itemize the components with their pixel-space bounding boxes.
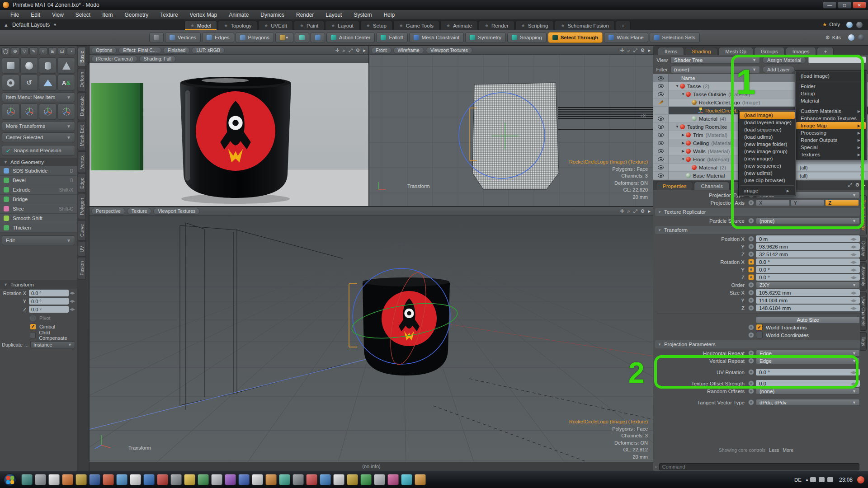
channel-toggle[interactable] (748, 244, 754, 249)
spinner-icon[interactable]: ◀▶ (70, 299, 75, 303)
transform-tool-button-2[interactable] (20, 103, 38, 120)
tab-paint[interactable]: ★Paint (294, 21, 324, 30)
command-input[interactable] (659, 463, 859, 470)
left-tab-polygon[interactable]: Polygon (78, 194, 86, 219)
taskbar-app-icon-4[interactable] (62, 474, 73, 485)
render-lut-srgb[interactable]: LUT: sRGB (192, 47, 225, 54)
transform-tool-button-3[interactable] (39, 103, 57, 120)
taskbar-app-icon-18[interactable] (252, 474, 263, 485)
taskbar-app-icon-10[interactable] (143, 474, 155, 485)
visibility-cell[interactable] (653, 155, 669, 164)
taskbar-app-icon-21[interactable] (292, 474, 304, 485)
tab-animate[interactable]: ★Animate (440, 21, 478, 30)
select-through-button[interactable]: Select Through (548, 32, 603, 43)
kits-button[interactable]: ⚙ Kits (826, 34, 841, 41)
menu-arrow-icon[interactable]: ▸ (648, 208, 651, 214)
tool-slice[interactable]: SliceShift-C (0, 204, 77, 214)
vtab-display[interactable]: Display (860, 237, 867, 261)
taskbar-app-icon-23[interactable] (320, 474, 331, 485)
selection-sets-button[interactable]: Selection Sets (650, 32, 700, 43)
taskbar-app-icon-30[interactable] (415, 474, 426, 485)
spinner-icon[interactable]: ◀▶ (850, 244, 857, 249)
help-orb-icon[interactable] (846, 22, 853, 28)
zoom-icon[interactable]: ⌕ (627, 47, 630, 53)
menu-select[interactable]: Select (70, 10, 96, 20)
render--render-camera-[interactable]: (Render Camera) (91, 56, 137, 62)
tab-model[interactable]: ★Model (184, 21, 217, 30)
value-field[interactable]: 105.6292 mm◀▶ (756, 289, 860, 296)
spinner-icon[interactable]: ◀▶ (850, 260, 857, 264)
render-effect-final-c-[interactable]: Effect: Final C... (118, 47, 161, 54)
work-plane-button[interactable]: Work Plane (604, 32, 648, 43)
channel-toggle[interactable] (748, 274, 754, 280)
menu-vertex-map[interactable]: Vertex Map (184, 10, 223, 20)
spinner-icon[interactable]: ◀▶ (850, 275, 857, 280)
taskbar-app-icon-11[interactable] (157, 474, 168, 485)
expander-open-icon[interactable]: ▼ (675, 125, 680, 129)
persp-texture[interactable]: Texture (127, 208, 151, 215)
panel-tab-items[interactable]: Items (658, 47, 684, 55)
spinner-icon[interactable]: ◀▶ (850, 267, 857, 272)
panel-tab-mesh-op[interactable]: Mesh Op (718, 47, 753, 55)
expand-icon[interactable]: ⤢ (633, 47, 637, 53)
taskbar-app-icon-6[interactable] (89, 474, 100, 485)
default-layouts-dropdown[interactable]: ▲ Default Layouts ▼ (0, 20, 57, 30)
tab-+[interactable]: + (616, 21, 631, 30)
tray-network-icon[interactable] (819, 477, 825, 482)
tool-extrude[interactable]: ExtrudeShift-X (0, 185, 77, 195)
vertices-mode-button[interactable]: Vertices (165, 32, 201, 43)
language-indicator[interactable]: DE (794, 477, 802, 483)
menu-render[interactable]: Render (290, 10, 320, 20)
text-primitive-button[interactable]: A& (57, 75, 75, 91)
expander-open-icon[interactable]: ▼ (675, 84, 680, 88)
value-dropdown[interactable]: ZXY▼ (756, 282, 860, 288)
expander-closed-icon[interactable]: ▶ (680, 149, 686, 153)
wire-viewport-textures[interactable]: Viewport Textures (426, 47, 472, 54)
spinner-icon[interactable]: ◀▶ (850, 306, 857, 310)
mini-tool-icon-6[interactable]: ⊞ (48, 47, 57, 55)
spinner-icon[interactable]: ◀▶ (850, 291, 857, 295)
tool-bevel[interactable]: BevelB (0, 176, 77, 185)
render-finished[interactable]: Finished (163, 47, 190, 54)
add-geometry-header[interactable]: ▼ Add Geometry (0, 158, 77, 166)
taskbar-app-icon-7[interactable] (103, 474, 114, 485)
tool-smooth-shift[interactable]: Smooth Shift (0, 214, 77, 223)
cylinder-primitive-button[interactable] (39, 57, 57, 74)
wire-wireframe[interactable]: Wireframe (393, 47, 424, 54)
mini-tool-icon-2[interactable]: ⊕ (11, 47, 19, 55)
tool-bridge[interactable]: Bridge (0, 195, 77, 204)
tab-game-tools[interactable]: ★Game Tools (393, 21, 439, 30)
value-field[interactable]: 114.004 mm◀▶ (756, 297, 860, 304)
mini-tool-icon-5[interactable]: ≈ (39, 47, 47, 55)
start-button[interactable] (4, 474, 16, 486)
only-toggle[interactable]: ★ Only (822, 21, 840, 28)
checkbox[interactable] (756, 332, 763, 338)
menu-texture[interactable]: Texture (154, 10, 184, 20)
visibility-cell[interactable] (653, 90, 669, 99)
value-dropdown[interactable]: (none)▼ (756, 388, 860, 394)
rotation-input[interactable]: 0.0 ° (29, 290, 69, 296)
expander-closed-icon[interactable]: ▶ (680, 133, 686, 137)
channel-toggle[interactable] (748, 236, 754, 242)
visibility-cell[interactable] (653, 139, 669, 147)
visibility-cell[interactable] (653, 107, 669, 115)
left-tab-deform[interactable]: Deform (78, 68, 86, 91)
mini-tool-icon-3[interactable]: ▽ (20, 47, 29, 55)
spinner-icon[interactable]: ◀▶ (850, 298, 857, 303)
snaps-and-precision-button[interactable]: ↙ Snaps and Precision (2, 145, 75, 156)
props-tab-channels[interactable]: Channels (694, 182, 730, 190)
expander-open-icon[interactable]: ▼ (680, 157, 686, 161)
vtab-assembly[interactable]: Assembly (860, 262, 867, 291)
item-menu-dropdown[interactable]: Item Menu: New Item▼ (2, 92, 75, 102)
zoom-icon[interactable]: ⌕ (627, 208, 630, 214)
mini-tool-icon-4[interactable]: ✎ (29, 47, 38, 55)
symmetry-button[interactable]: Symmetry (465, 32, 506, 43)
channel-toggle[interactable] (748, 332, 754, 338)
expand-icon[interactable]: ⤢ (633, 208, 637, 214)
tab-topology[interactable]: ★Topology (218, 21, 257, 30)
channel-toggle[interactable] (748, 297, 754, 303)
tray-volume-icon[interactable] (827, 477, 833, 482)
more-link[interactable]: More (783, 447, 793, 453)
channel-toggle[interactable] (748, 267, 754, 272)
tab-layout[interactable]: ★Layout (325, 21, 359, 30)
